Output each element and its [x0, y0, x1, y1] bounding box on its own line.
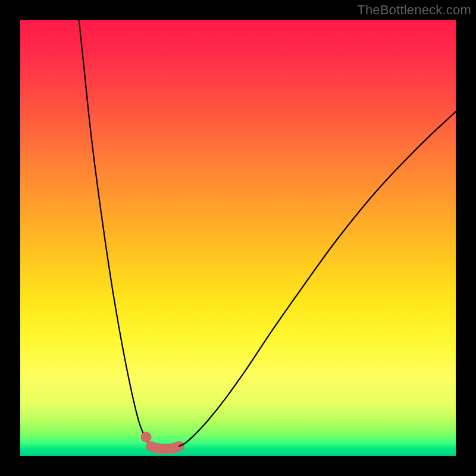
curve-marker-floor — [151, 446, 180, 449]
marker-dot — [141, 432, 152, 443]
chart-frame: TheBottleneck.com — [0, 0, 476, 476]
watermark-text: TheBottleneck.com — [357, 2, 471, 18]
curves-svg — [20, 20, 456, 456]
curve-left-arm — [79, 20, 151, 446]
plot-area — [20, 20, 456, 456]
curve-right-arm — [179, 112, 456, 446]
